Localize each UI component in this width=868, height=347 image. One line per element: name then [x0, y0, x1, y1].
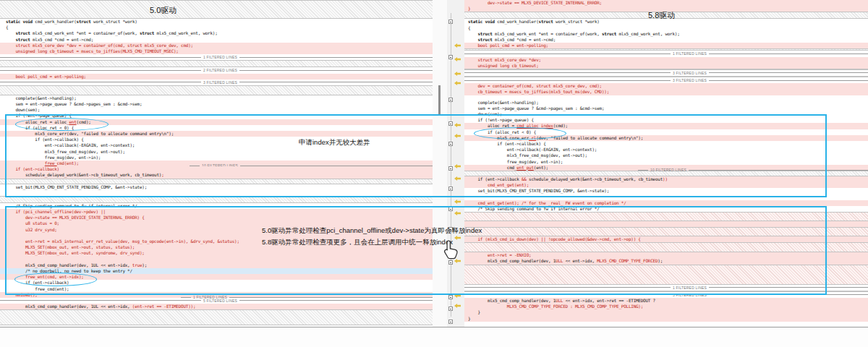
code-line[interactable]: } [464, 316, 868, 322]
code-segment [468, 83, 477, 88]
code-line[interactable]: complete(&ent->handling); [464, 100, 868, 106]
code-segment: cmd_ent_get(ent); /* for the _real_ FW e… [477, 200, 626, 205]
code-segment: unsigned long cb_timeout = msecs_to_jiff… [15, 48, 178, 53]
code-line[interactable]: { [464, 25, 868, 31]
code-line[interactable]: unsigned long cb_timeout = msecs_to_jiff… [0, 48, 433, 54]
fold-marker-icon[interactable] [448, 98, 453, 102]
filtered-lines-separator: 3 FILTERED LINES [464, 70, 868, 76]
code-line[interactable]: bool poll_cmd = ent->polling; [464, 43, 868, 48]
code-line[interactable]: cb_timeout = msecs_to_jiffies(mlx5_tout_… [464, 89, 868, 95]
right-pane-title: 5.8驱动 [648, 10, 675, 21]
filtered-region [0, 85, 433, 95]
code-line[interactable]: sem = ent->page_queue ? &cmd->pages_sem … [464, 106, 868, 111]
code-line[interactable]: complete(&ent->handling); [0, 95, 433, 101]
code-line[interactable]: struct mlx5_core_dev *dev; [464, 57, 868, 63]
fold-marker-icon[interactable] [448, 20, 453, 24]
fold-marker-icon[interactable] [448, 295, 453, 299]
copy-to-left-arrow-icon[interactable] [454, 57, 461, 61]
code-line[interactable]: down(sem); [0, 107, 433, 113]
code-segment: dev = container_of(cmd, struct mlx5_core… [477, 83, 601, 88]
ellipse-free-ent [14, 273, 97, 286]
code-segment: { [468, 25, 470, 30]
copy-to-left-arrow-icon[interactable] [454, 200, 461, 204]
code-line[interactable]: mlx5_cmd_comp_handler(dev, 1UL << ent->i… [0, 304, 433, 309]
code-segment: struct [15, 37, 33, 42]
scrollbar-thumb[interactable] [438, 85, 441, 114]
code-segment: mlx5_cmd *cmd = ent->cmd; [495, 37, 556, 42]
code-segment: struct [602, 31, 619, 36]
code-segment: bool poll_cmd = ent->polling; [477, 43, 548, 48]
code-line[interactable]: dev->state == MLX5_DEVICE_STATE_INTERNAL… [464, 0, 868, 6]
code-segment [6, 30, 15, 35]
code-segment [6, 43, 15, 48]
filtered-lines-separator: 3 FILTERED LINES [464, 77, 868, 83]
code-line[interactable]: } [464, 309, 868, 315]
window-bottom-margin [0, 327, 868, 347]
code-segment: mlx5_cmd_work_ent *ent = container_of(wo… [495, 31, 602, 36]
code-segment: } [468, 316, 470, 321]
copy-to-left-arrow-icon[interactable] [454, 304, 461, 308]
code-line[interactable]: { [0, 25, 433, 30]
code-line[interactable]: struct mlx5_core_dev *dev = container_of… [0, 43, 433, 48]
code-segment [468, 43, 477, 48]
code-segment [468, 89, 477, 94]
code-line[interactable]: cmd_ent_get(ent); /* for the _real_ FW e… [464, 200, 868, 206]
code-segment: struct mlx5_core_dev *dev = container_of… [15, 43, 192, 48]
filtered-lines-separator-inline: 1 FILTERED LINES [181, 294, 433, 300]
annotation-note-2-line1: 5.0驱动异常处理检查pci_channel_offline或dev->stat… [262, 226, 482, 236]
code-segment: struct [15, 30, 33, 35]
ellipse-alloc-ent [15, 118, 109, 131]
copy-to-left-arrow-icon[interactable] [454, 81, 461, 85]
filtered-lines-label: 3 FILTERED LINES [673, 71, 707, 75]
code-segment: ULL [556, 298, 563, 303]
code-segment: bool poll_cmd = ent->polling; [15, 74, 86, 79]
code-segment: mlx5_cmd_work_ent, work); [157, 30, 218, 35]
code-segment: struct [477, 37, 495, 42]
code-segment: struct [140, 30, 157, 35]
code-segment: cmd_work_handler( [497, 19, 538, 24]
filtered-region [0, 60, 433, 67]
fold-marker-icon[interactable] [448, 320, 453, 324]
filtered-lines-label: 3 FILTERED LINES [203, 80, 237, 85]
code-segment: { [6, 25, 8, 30]
code-segment: work_struct *work) [93, 19, 137, 24]
copy-to-left-arrow-icon[interactable] [454, 72, 461, 76]
code-line[interactable]: dev = container_of(cmd, struct mlx5_core… [464, 83, 868, 89]
code-segment: dev->state == MLX5_DEVICE_STATE_INTERNAL… [488, 0, 602, 5]
code-segment: << ent->idx, ent->ret == -ETIMEDOUT ? [563, 298, 655, 303]
code-segment [6, 74, 15, 79]
code-segment [468, 31, 477, 36]
code-line[interactable]: bool poll_cmd = ent->polling; [0, 74, 433, 80]
filtered-lines-label: 2 FILTERED LINES [203, 68, 237, 72]
left-pane-title: 5.0驱动 [150, 5, 176, 16]
code-line[interactable]: struct mlx5_cmd_work_ent *ent = containe… [0, 30, 433, 36]
fold-marker-icon[interactable] [448, 55, 453, 59]
code-line[interactable]: sem = ent->page_queue ? &cmd->pages_sem … [0, 101, 433, 107]
copy-to-left-arrow-icon[interactable] [454, 43, 461, 48]
code-segment: struct [77, 19, 94, 24]
code-segment: } [468, 6, 470, 11]
fold-marker-icon[interactable] [448, 307, 453, 311]
code-line[interactable]: struct mlx5_cmd_work_ent *ent = containe… [464, 31, 868, 37]
code-segment [468, 0, 488, 5]
code-line[interactable]: mlx5_cmd_comp_handler(dev, 1ULL << ent->… [464, 298, 868, 304]
code-line[interactable]: struct mlx5_cmd *cmd = ent->cmd; [0, 37, 433, 43]
code-segment: unsigned long cb_timeout; [477, 63, 538, 68]
diff-tool-window: static void cmd_work_handler(struct work… [0, 0, 868, 347]
code-segment [468, 200, 477, 205]
ellipse-cmd-alloc-index [474, 127, 566, 140]
code-segment: cb_timeout = msecs_to_jiffies(mlx5_tout_… [477, 89, 609, 94]
highlight-box-alloc-index [5, 114, 827, 197]
code-segment: sem = ent->page_queue ? &cmd->pages_sem … [468, 106, 604, 111]
code-line[interactable]: unsigned long cb_timeout; [464, 63, 868, 69]
code-segment: mlx5_cmd_work_ent, work); [619, 31, 680, 36]
code-line[interactable]: struct mlx5_cmd *cmd = ent->cmd; [464, 37, 868, 43]
annotation-note-1: 申请index并无较大差异 [299, 138, 370, 147]
code-line[interactable]: MLX5_CMD_COMP_TYPE_FORCED : MLX5_CMD_COM… [464, 304, 868, 309]
code-segment: struct [477, 31, 495, 36]
code-segment [468, 304, 507, 309]
mouse-cursor [441, 239, 460, 260]
code-segment: sem = ent->page_queue ? &cmd->pages_sem … [6, 101, 142, 106]
code-line[interactable]: static void cmd_work_handler(struct work… [0, 19, 433, 25]
code-segment: down(sem); [6, 107, 40, 112]
